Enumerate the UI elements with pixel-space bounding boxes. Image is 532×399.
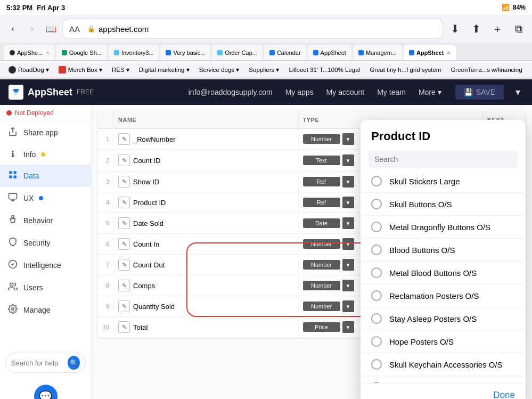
search-button[interactable]: 🔍 bbox=[68, 356, 80, 370]
sidebar-item-ux[interactable]: UX bbox=[0, 187, 91, 209]
my-account-button[interactable]: My account bbox=[321, 86, 370, 99]
type-dropdown-9[interactable]: ▼ bbox=[342, 300, 354, 312]
type-dropdown-8[interactable]: ▼ bbox=[342, 280, 354, 291]
dropdown-item-hope-posters[interactable]: Hope Posters O/S bbox=[361, 330, 526, 353]
radio-skull-buttons[interactable] bbox=[371, 199, 382, 209]
not-deployed-banner: Not Deployed bbox=[0, 105, 91, 121]
radio-skull-keychain[interactable] bbox=[371, 359, 382, 370]
tab-google-sheets[interactable]: Google Sh... bbox=[56, 45, 107, 60]
type-dropdown-3[interactable]: ▼ bbox=[342, 176, 354, 188]
sidebar-item-manage[interactable]: Manage bbox=[0, 299, 91, 321]
bookmark-greatgrid[interactable]: Great tiny h...f grid system bbox=[365, 63, 445, 77]
tab-appsheet-active[interactable]: AppSheet × bbox=[404, 45, 456, 60]
share-button[interactable]: ⬆ bbox=[468, 21, 484, 37]
type-badge-8: Number bbox=[303, 281, 340, 290]
tab-management[interactable]: Managem... bbox=[353, 45, 402, 60]
edit-button-10[interactable]: ✎ bbox=[118, 321, 130, 333]
dropdown-item-label: Stay Asleep Posters O/S bbox=[389, 314, 477, 323]
bookmark-digital[interactable]: Digital marketing ▾ bbox=[135, 63, 194, 77]
bookmark-greenterra[interactable]: GreenTerra...s w/financing bbox=[446, 63, 526, 77]
tab-verybasic[interactable]: Very basic... bbox=[160, 45, 210, 60]
sidebar-item-info[interactable]: ℹ Info bbox=[0, 144, 91, 165]
edit-button-8[interactable]: ✎ bbox=[118, 280, 130, 291]
radio-skull-stickers[interactable] bbox=[371, 176, 382, 186]
search-input[interactable] bbox=[11, 359, 64, 367]
row-name-9: ✎ Quantity Sold bbox=[114, 296, 299, 316]
dropdown-item-skull-buttons[interactable]: Skull Buttons O/S bbox=[361, 193, 526, 216]
dropdown-item-skull-trucker[interactable]: Skull Trucker Hats O/S bbox=[361, 376, 526, 383]
tab-inventory[interactable]: Inventory3... bbox=[109, 45, 159, 60]
forward-button[interactable]: › bbox=[24, 21, 39, 36]
sidebar-item-behavior[interactable]: Behavior bbox=[0, 209, 91, 232]
tab-ordercap[interactable]: Order Cap... bbox=[212, 45, 263, 60]
type-dropdown-2[interactable]: ▼ bbox=[342, 154, 354, 166]
type-dropdown-5[interactable]: ▼ bbox=[342, 217, 354, 229]
bookmark-roadddog[interactable]: RoadDog ▾ bbox=[4, 63, 53, 77]
type-dropdown-7[interactable]: ▼ bbox=[342, 259, 354, 271]
type-badge-4: Ref bbox=[303, 198, 340, 207]
radio-metal-dragonfly[interactable] bbox=[371, 222, 382, 232]
address-bar[interactable]: AA 🔒 appsheet.com bbox=[63, 19, 443, 38]
security-icon bbox=[7, 237, 18, 249]
dropdown-item-metal-blood[interactable]: Metal Blood Buttons O/S bbox=[361, 262, 526, 284]
more-dropdown-button[interactable]: More ▾ bbox=[413, 86, 447, 99]
header-expand-button[interactable]: ▾ bbox=[512, 84, 523, 100]
bookmark-more[interactable]: » bbox=[528, 63, 532, 77]
dropdown-item-metal-dragonfly[interactable]: Metal Dragonfly Buttons O/S bbox=[361, 216, 526, 239]
my-team-button[interactable]: My team bbox=[372, 86, 411, 99]
radio-blood-buttons[interactable] bbox=[371, 245, 382, 255]
type-dropdown-10[interactable]: ▼ bbox=[342, 321, 354, 333]
edit-button-7[interactable]: ✎ bbox=[118, 259, 130, 271]
type-dropdown-6[interactable]: ▼ bbox=[342, 238, 354, 250]
close-active-tab-icon[interactable]: × bbox=[447, 50, 450, 56]
radio-reclamation[interactable] bbox=[371, 290, 382, 301]
close-tab-icon[interactable]: × bbox=[46, 50, 49, 56]
email-display[interactable]: info@roaddogsupply.com bbox=[183, 86, 278, 99]
back-button[interactable]: ‹ bbox=[5, 21, 20, 36]
dropdown-item-skull-stickers[interactable]: Skull Stickers Large bbox=[361, 170, 526, 193]
tab-appsheet2[interactable]: AppSheet bbox=[308, 45, 351, 60]
verybasic-favicon bbox=[166, 50, 171, 55]
chat-button[interactable]: 💬 bbox=[34, 385, 58, 399]
edit-button-3[interactable]: ✎ bbox=[118, 176, 130, 188]
save-floppy-icon: 💾 bbox=[464, 88, 473, 96]
sidebar-item-share-app[interactable]: Share app bbox=[0, 121, 91, 144]
sidebar-item-data[interactable]: Data bbox=[0, 165, 91, 187]
sidebar-item-security[interactable]: Security bbox=[0, 232, 91, 254]
reader-mode-button[interactable]: 📖 bbox=[44, 21, 59, 36]
radio-stay-asleep[interactable] bbox=[371, 313, 382, 324]
dropdown-done-button[interactable]: Done bbox=[493, 390, 515, 399]
radio-hope-posters[interactable] bbox=[371, 336, 382, 347]
edit-button-4[interactable]: ✎ bbox=[118, 197, 130, 208]
type-dropdown-4[interactable]: ▼ bbox=[342, 197, 354, 208]
radio-metal-blood[interactable] bbox=[371, 267, 382, 278]
sidebar-item-users[interactable]: Users bbox=[0, 276, 91, 299]
edit-button-2[interactable]: ✎ bbox=[118, 154, 130, 166]
bookmark-res[interactable]: RES ▾ bbox=[108, 63, 134, 77]
dropdown-item-skull-keychain[interactable]: Skull Keychain Accessories O/S bbox=[361, 353, 526, 376]
sidebar-item-intelligence[interactable]: Intelligence bbox=[0, 254, 91, 276]
type-dropdown-1[interactable]: ▼ bbox=[342, 133, 354, 145]
tab-calendar[interactable]: Calendar bbox=[264, 45, 306, 60]
edit-button-9[interactable]: ✎ bbox=[118, 300, 130, 312]
save-button[interactable]: 💾 SAVE bbox=[455, 85, 504, 100]
bookmark-lillooet[interactable]: Lillooet 31' T...100% Legal bbox=[284, 63, 364, 77]
dropdown-item-reclamation[interactable]: Reclamation Posters O/S bbox=[361, 284, 526, 307]
dropdown-search-input[interactable] bbox=[368, 151, 518, 168]
edit-button-1[interactable]: ✎ bbox=[118, 133, 130, 145]
tabs-button[interactable]: ⧉ bbox=[511, 21, 527, 37]
my-apps-button[interactable]: My apps bbox=[280, 86, 319, 99]
edit-button-6[interactable]: ✎ bbox=[118, 238, 130, 250]
type-badge-2: Text bbox=[303, 156, 340, 165]
bookmark-servicedogs[interactable]: Service dogs ▾ bbox=[195, 63, 244, 77]
bookmark-suppliers[interactable]: Suppliers ▾ bbox=[244, 63, 283, 77]
new-tab-button[interactable]: ＋ bbox=[489, 21, 505, 37]
dropdown-item-stay-asleep[interactable]: Stay Asleep Posters O/S bbox=[361, 307, 526, 330]
users-icon bbox=[7, 282, 18, 294]
edit-button-5[interactable]: ✎ bbox=[118, 217, 130, 229]
download-button[interactable]: ⬇ bbox=[447, 21, 463, 37]
bookmark-merchbox[interactable]: Merch Box ▾ bbox=[54, 63, 107, 77]
dropdown-item-blood-buttons[interactable]: Blood Buttons O/S bbox=[361, 239, 526, 262]
tab-appsheet-github[interactable]: AppShe... × bbox=[4, 45, 55, 60]
svg-rect-2 bbox=[14, 171, 17, 174]
